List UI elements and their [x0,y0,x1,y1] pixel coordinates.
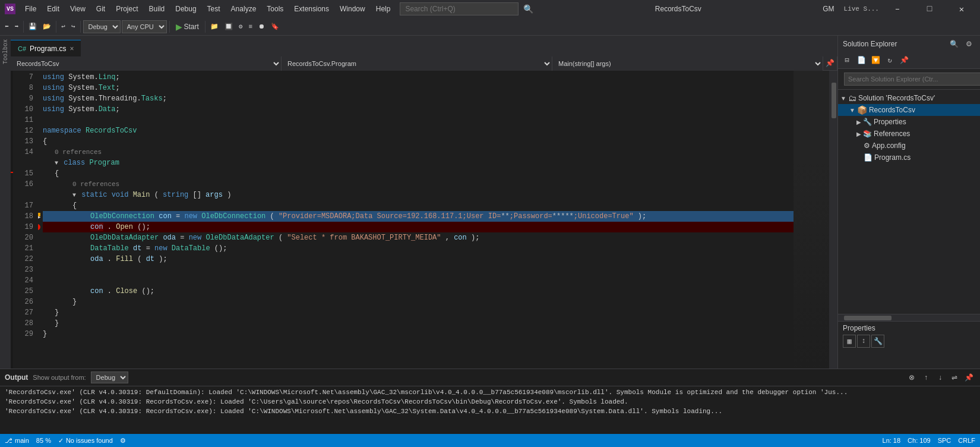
se-arrow-solution: ▼ [840,95,846,102]
status-position[interactable]: Ln: 18 [883,437,901,444]
tab-close-btn[interactable]: × [69,45,74,53]
menu-tools[interactable]: Tools [262,4,288,14]
output-next-btn[interactable]: ↓ [934,372,947,383]
prop-settings-btn[interactable]: 🔧 [871,335,884,348]
output-wrap-btn[interactable]: ⇌ [948,372,961,383]
output-pin-btn[interactable]: 📌 [962,372,975,383]
code-line-27: } [43,307,794,318]
global-search-input[interactable] [400,2,519,15]
se-header-btns: 🔍 ⚙ [947,37,975,51]
menu-window[interactable]: Window [335,4,370,14]
se-filter-btn[interactable]: 🔽 [869,54,882,67]
play-icon: ▶ [176,22,182,32]
menu-edit[interactable]: Edit [42,4,64,14]
prop-sort-btn[interactable]: ↕ [857,335,870,348]
code-container: 7 8 9 10 11 12 13 14 15 16 17 18 19 20 2… [11,71,837,369]
menu-build[interactable]: Build [144,4,170,14]
se-item-references[interactable]: ▶ 📚 References [838,128,980,140]
se-horizontal-scrollbar[interactable] [838,314,980,321]
close-button[interactable]: ✕ [948,0,975,18]
toolbar-back-btn[interactable]: ⬅ [2,20,11,34]
line-num-11: 11 [13,115,33,125]
menu-git[interactable]: Git [91,4,110,14]
main-content: Toolbox C# Program.cs × RecordsToCsv Rec… [0,36,980,369]
live-share-label[interactable]: Live S... [844,5,879,12]
fold-btn-14[interactable]: ▼ [55,160,58,166]
se-settings-btn[interactable]: ⚙ [962,37,975,51]
menu-view[interactable]: View [65,4,90,14]
se-item-appconfig[interactable]: ⚙ App.config [838,140,980,152]
title-bar: VS File Edit View Git Project Build Debu… [0,0,980,18]
se-pin-btn[interactable]: 📌 [897,54,911,67]
menu-file[interactable]: File [20,4,41,14]
se-item-solution[interactable]: ▼ 🗂 Solution 'RecordsToCsv' [838,92,980,104]
error-indicator [11,71,13,369]
line-num-16: 16 [13,179,33,190]
toolbar-misc-5[interactable]: ⏺ [256,20,267,34]
status-col[interactable]: Ch: 109 [908,437,931,444]
toolbar-undo-btn[interactable]: ↩ [59,20,68,34]
prop-grid-btn[interactable]: ▦ [843,335,856,348]
menu-help[interactable]: Help [371,4,396,14]
toolbar-misc-3[interactable]: ⚙ [236,20,245,34]
line-num-20: 20 [13,232,33,243]
minimize-button[interactable]: – [884,0,911,18]
status-line-ending[interactable]: CRLF [958,437,975,444]
status-zoom[interactable]: 85 % [36,437,51,444]
fold-btn-16[interactable]: ▼ [72,192,76,199]
toolbar-redo-btn[interactable]: ↪ [69,20,78,34]
se-show-all-btn[interactable]: 📄 [855,54,868,67]
nav-member-dropdown[interactable]: RecordsToCsv.Program [282,56,552,71]
output-title: Output [5,373,28,382]
output-clear-btn[interactable]: ⊗ [905,372,918,383]
toolbar-fwd-btn[interactable]: ➡ [12,20,21,34]
toolbar-sep-3 [80,21,81,33]
se-search-btn[interactable]: 🔍 [947,37,960,51]
menu-extensions[interactable]: Extensions [289,4,334,14]
toolbar-save-btn[interactable]: 💾 [26,20,39,34]
toolbar-misc-1[interactable]: 📁 [208,20,221,34]
output-prev-btn[interactable]: ↑ [919,372,932,383]
se-collapse-btn[interactable]: ⊟ [840,54,853,67]
error-mark-1 [11,172,13,173]
maximize-button[interactable]: □ [916,0,943,18]
properties-panel: Properties ▦ ↕ 🔧 [838,321,980,369]
se-refresh-btn[interactable]: ↻ [883,54,896,67]
se-search-input[interactable] [844,73,980,86]
toolbar-open-btn[interactable]: 📂 [40,20,53,34]
menu-analyze[interactable]: Analyze [226,4,261,14]
status-indent[interactable]: SPC [938,437,951,444]
se-hscroll-thumb[interactable] [844,316,892,320]
vs-logo: VS [5,4,15,14]
menu-debug[interactable]: Debug [170,4,201,14]
toolbar-misc-2[interactable]: 🔲 [222,20,235,34]
status-no-issues: No issues found [66,437,113,444]
status-filter-btn[interactable]: ⚙ [120,437,126,445]
status-issues[interactable]: ✓ No issues found [58,437,113,445]
project-icon: 📦 [857,105,867,115]
code-editor[interactable]: using System.Linq; using System.Text; us… [38,71,794,369]
scroll-thumb[interactable] [832,83,836,118]
platform-dropdown[interactable]: Any CPU [122,20,167,33]
menu-test[interactable]: Test [203,4,225,14]
output-source-select[interactable]: Debug [91,372,128,383]
start-button[interactable]: ▶ Start [172,20,203,34]
toolbar-misc-4[interactable]: ≡ [246,20,255,34]
tab-program-cs[interactable]: C# Program.cs × [11,40,81,56]
nav-method-dropdown[interactable]: Main(string[] args) [552,56,823,71]
code-line-22: oda . Fill ( dt ); [43,254,794,265]
nav-class-dropdown[interactable]: RecordsToCsv [11,56,282,71]
nav-pin-btn[interactable]: 📌 [823,56,837,71]
status-git[interactable]: ⎇ main [5,437,29,445]
menu-bar: File Edit View Git Project Build Debug T… [20,4,395,14]
vertical-scrollbar[interactable] [829,71,837,369]
se-item-project[interactable]: ▼ 📦 RecordsToCsv [838,104,980,116]
status-bar: ⎇ main 85 % ✓ No issues found ⚙ Ln: 18 C… [0,434,980,447]
menu-project[interactable]: Project [111,4,143,14]
output-panel: Output Show output from: Debug ⊗ ↑ ↓ ⇌ 📌… [0,369,980,434]
config-dropdown[interactable]: Debug [83,20,121,33]
se-item-programcs[interactable]: 📄 Program.cs [838,152,980,163]
se-item-properties[interactable]: ▶ 🔧 Properties [838,116,980,128]
toolbar-misc-6[interactable]: 🔖 [268,20,282,34]
git-icon: ⎇ [5,437,12,445]
